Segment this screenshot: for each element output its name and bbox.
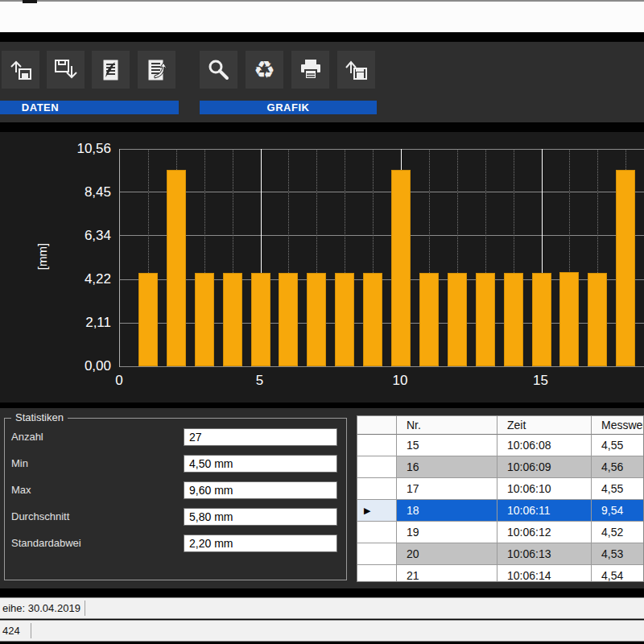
stat-value-field[interactable]: 9,60 mm — [184, 481, 337, 499]
row-selector-cell[interactable] — [357, 522, 397, 543]
table-cell[interactable]: 9,54 — [592, 500, 644, 522]
table-row[interactable]: 2010:06:134,53 — [357, 543, 644, 565]
table-cell[interactable]: 20 — [397, 543, 497, 565]
bar — [307, 273, 326, 366]
table-header-cell[interactable]: Zeit — [497, 416, 592, 435]
bar — [251, 273, 270, 366]
save-graphic-button[interactable] — [337, 51, 375, 89]
table-cell[interactable]: 21 — [397, 565, 497, 582]
y-tick-label: 10,56 — [52, 140, 111, 158]
bar — [476, 273, 495, 366]
horizontal-gridline — [120, 149, 644, 150]
table-cell[interactable]: 10:06:11 — [497, 500, 592, 522]
table-cell[interactable]: 10:06:14 — [497, 565, 592, 582]
table-cell[interactable]: 10:06:10 — [497, 478, 592, 500]
table-cell[interactable]: 10:06:12 — [497, 522, 592, 543]
table-row[interactable]: 1710:06:104,55 — [357, 478, 644, 500]
table-row[interactable]: 1610:06:094,56 — [357, 456, 644, 478]
table-cell[interactable]: 16 — [397, 456, 497, 478]
stat-value-field[interactable]: 2,20 mm — [184, 535, 337, 552]
table-cell[interactable]: 4,52 — [592, 522, 644, 543]
table-header-selector-cell — [357, 416, 397, 435]
horizontal-gridline — [120, 192, 644, 192]
stat-label: Min — [11, 455, 28, 473]
bar — [138, 273, 158, 366]
bar — [363, 273, 382, 366]
bar — [223, 273, 242, 366]
horizontal-gridline — [120, 235, 644, 236]
table-row[interactable]: ▶1810:06:119,54 — [357, 500, 644, 522]
bar — [532, 273, 551, 366]
stat-label: Standardabwei — [11, 535, 81, 552]
table-header-cell[interactable]: Messwert — [592, 416, 644, 435]
save-data-button[interactable] — [47, 51, 85, 89]
bottom-panel: Statistiken Anzahl27Min4,50 mmMax9,60 mm… — [0, 408, 644, 588]
x-tick-label: 15 — [523, 373, 559, 389]
background-window-strip — [0, 2, 644, 32]
save-graphic-floppy-icon — [343, 56, 370, 84]
bar — [335, 273, 354, 366]
print-icon — [297, 56, 324, 84]
toolbar: ♻ DATEN — [0, 42, 644, 122]
stat-value-field[interactable]: 4,50 mm — [184, 455, 337, 473]
table-cell[interactable]: 4,56 — [592, 456, 644, 478]
measurements-table[interactable]: Nr.ZeitMesswert1510:06:084,551610:06:094… — [357, 415, 644, 582]
status-bar-primary: eihe: 30.04.2019 — [0, 597, 644, 619]
table-cell[interactable]: 4,55 — [592, 435, 644, 456]
table-cell[interactable]: 17 — [397, 478, 497, 500]
table-cell[interactable]: 15 — [397, 435, 497, 456]
table-cell[interactable]: 10:06:13 — [497, 543, 592, 565]
table-cell[interactable]: 10:06:09 — [497, 456, 592, 478]
table-cell[interactable]: 18 — [397, 500, 497, 522]
status-bar-secondary: 424 — [0, 620, 644, 642]
bar — [616, 170, 635, 366]
bar — [588, 273, 607, 366]
import-data-button[interactable] — [92, 51, 130, 89]
top-window-fragment — [23, 0, 37, 3]
table-header-cell[interactable]: Nr. — [397, 416, 497, 435]
table-row[interactable]: 1510:06:084,55 — [357, 435, 644, 456]
zoom-button[interactable] — [200, 51, 237, 89]
row-selector-cell[interactable] — [357, 543, 397, 565]
export-data-button[interactable] — [138, 51, 175, 89]
toolbar-group-daten-label: DATEN — [0, 101, 179, 114]
bar — [448, 273, 467, 366]
table-row[interactable]: 2110:06:144,54 — [357, 565, 644, 582]
row-selector-cell[interactable] — [357, 478, 397, 500]
bar — [559, 272, 579, 366]
bar — [167, 170, 186, 366]
row-selector-cell[interactable] — [357, 565, 397, 582]
table-cell[interactable]: 4,53 — [592, 543, 644, 565]
status-separator — [85, 601, 85, 616]
row-selector-arrow-cell[interactable]: ▶ — [357, 500, 397, 522]
statistics-groupbox: Statistiken Anzahl27Min4,50 mmMax9,60 mm… — [4, 418, 347, 580]
stat-label: Anzahl — [11, 428, 43, 446]
open-data-button[interactable] — [2, 51, 39, 89]
open-data-floppy-icon — [7, 56, 35, 84]
stat-value-field[interactable]: 27 — [184, 428, 337, 446]
bar — [419, 273, 439, 366]
bar-chart-plot[interactable] — [119, 149, 644, 367]
status-series-text: eihe: 30.04.2019 — [2, 598, 80, 618]
table-cell[interactable]: 10:06:08 — [497, 435, 592, 456]
bar — [504, 273, 523, 366]
row-selector-cell[interactable] — [357, 456, 397, 478]
bar — [391, 170, 411, 366]
y-tick-label: 2,11 — [52, 314, 111, 332]
x-tick-label: 10 — [382, 373, 418, 389]
y-tick-label: 6,34 — [52, 227, 111, 245]
row-selector-cell[interactable] — [357, 435, 397, 456]
toolbar-chart-divider — [0, 122, 644, 132]
table-row[interactable]: 1910:06:124,52 — [357, 522, 644, 543]
measurements-table-body: Nr.ZeitMesswert1510:06:084,551610:06:094… — [357, 416, 643, 582]
stat-value-field[interactable]: 5,80 mm — [184, 508, 337, 526]
table-cell[interactable]: 4,54 — [592, 565, 644, 582]
print-button[interactable] — [291, 51, 329, 89]
toolbar-group-grafik-label: GRAFIK — [200, 101, 377, 114]
table-cell[interactable]: 19 — [397, 522, 497, 543]
y-axis-title: [mm] — [35, 229, 49, 285]
refresh-button[interactable]: ♻ — [246, 51, 283, 89]
import-document-icon — [97, 56, 125, 84]
table-cell[interactable]: 4,55 — [592, 478, 644, 500]
x-tick-label: 5 — [242, 373, 278, 389]
